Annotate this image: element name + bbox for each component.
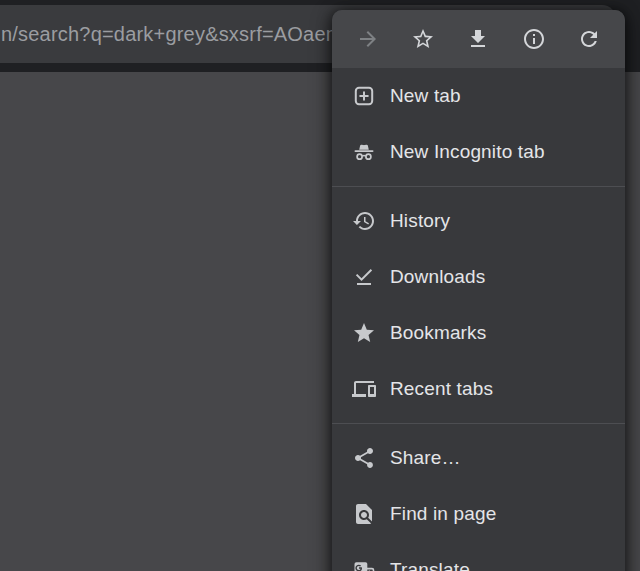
menu-item-label: Recent tabs [390, 378, 493, 400]
menu-action-bar [332, 10, 625, 68]
menu-item-label: Find in page [390, 503, 496, 525]
menu-item-label: New Incognito tab [390, 141, 545, 163]
info-icon [522, 27, 546, 51]
menu-item-label: New tab [390, 85, 461, 107]
share-icon [352, 446, 376, 470]
omnibox-url: n/search?q=dark+grey&sxsrf=AOaemvIGy [1, 23, 384, 46]
menu-item-label: History [390, 210, 450, 232]
menu-item-downloads[interactable]: Downloads [332, 249, 625, 305]
menu-item-label: Downloads [390, 266, 485, 288]
menu-item-translate[interactable]: Translate [332, 542, 625, 571]
new-tab-icon [352, 84, 376, 108]
devices-icon [352, 377, 376, 401]
menu-divider [332, 423, 625, 424]
menu-item-label: Bookmarks [390, 322, 486, 344]
star-outline-icon [411, 27, 435, 51]
menu-item-label: Share… [390, 447, 461, 469]
menu-item-label: Translate [390, 559, 470, 571]
menu-item-new-tab[interactable]: New tab [332, 68, 625, 124]
history-icon [352, 209, 376, 233]
menu-item-history[interactable]: History [332, 193, 625, 249]
incognito-icon [352, 140, 376, 164]
browser-screen: n/search?q=dark+grey&sxsrf=AOaemvIGy [0, 0, 640, 571]
page-info-button[interactable] [512, 17, 556, 61]
download-page-button[interactable] [456, 17, 500, 61]
bookmark-star-filled-icon [352, 321, 376, 345]
forward-icon [356, 27, 380, 51]
find-in-page-icon [352, 502, 376, 526]
menu-item-new-incognito-tab[interactable]: New Incognito tab [332, 124, 625, 180]
g-translate-icon [352, 558, 376, 571]
bookmark-star-button[interactable] [401, 17, 445, 61]
menu-item-list: New tab New Incognito tab [332, 68, 625, 571]
chrome-overflow-menu: New tab New Incognito tab [332, 10, 625, 571]
refresh-icon [577, 27, 601, 51]
menu-item-share[interactable]: Share… [332, 430, 625, 486]
menu-item-recent-tabs[interactable]: Recent tabs [332, 361, 625, 417]
download-done-icon [352, 265, 376, 289]
forward-button[interactable] [346, 17, 390, 61]
menu-item-bookmarks[interactable]: Bookmarks [332, 305, 625, 361]
download-icon [466, 27, 490, 51]
menu-item-find-in-page[interactable]: Find in page [332, 486, 625, 542]
menu-divider [332, 186, 625, 187]
refresh-button[interactable] [567, 17, 611, 61]
